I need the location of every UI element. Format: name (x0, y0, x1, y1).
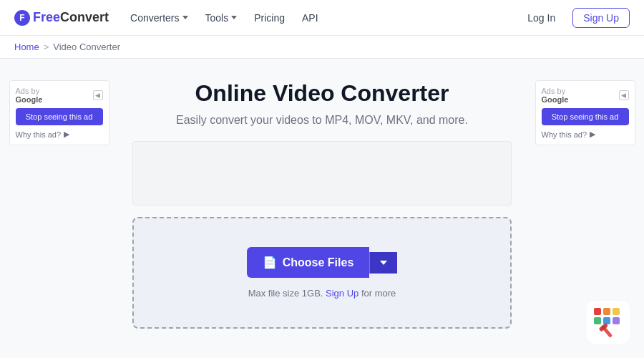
signup-button[interactable]: Sign Up (572, 8, 630, 28)
svg-rect-6 (613, 317, 620, 324)
right-ads-by-label: Ads by (542, 87, 569, 95)
nav-links: Converters Tools Pricing API (130, 12, 497, 24)
left-stop-ad-button[interactable]: Stop seeing this ad (16, 108, 103, 125)
left-ads-google-label: Google (16, 95, 43, 104)
nav-actions: Log In Sign Up (519, 8, 630, 28)
svg-rect-4 (594, 317, 601, 324)
breadcrumb-current: Video Converter (53, 42, 120, 52)
svg-rect-1 (594, 308, 601, 315)
upload-note: Max file size 1GB. Sign Up for more (248, 288, 396, 299)
nav-api[interactable]: API (302, 12, 318, 24)
left-ad-panel: Ads by Google ◀ Stop seeing this ad Why … (0, 80, 118, 329)
tools-chevron-icon (231, 16, 237, 19)
center-content: Online Video Converter Easily convert yo… (118, 80, 526, 329)
logo-convert: Convert (60, 10, 109, 24)
upload-area: 📄 Choose Files Max file size 1GB. Sign U… (132, 217, 512, 329)
breadcrumb: Home > Video Converter (0, 36, 644, 59)
breadcrumb-separator: > (44, 42, 49, 52)
left-ads-by-label: Ads by (16, 87, 43, 95)
right-ad-header: Ads by Google ◀ (542, 87, 629, 104)
logo-icon: F (14, 10, 30, 26)
choose-files-dropdown-button[interactable] (369, 252, 397, 274)
page-title: Online Video Converter (195, 80, 449, 107)
page-subtitle: Easily convert your videos to MP4, MOV, … (176, 114, 468, 127)
logo[interactable]: F FreeConvert (14, 10, 109, 26)
upload-signup-link[interactable]: Sign Up (326, 288, 358, 299)
left-ad-arrow-icon[interactable]: ◀ (93, 90, 103, 100)
svg-rect-2 (603, 308, 610, 315)
right-ad-panel: Ads by Google ◀ Stop seeing this ad Why … (526, 80, 644, 329)
right-ad-box: Ads by Google ◀ Stop seeing this ad Why … (535, 80, 635, 145)
choose-files-chevron-icon (380, 261, 387, 265)
logo-free: Free (33, 10, 60, 24)
choose-files-button[interactable]: 📄 Choose Files (247, 247, 370, 278)
nav-pricing[interactable]: Pricing (254, 12, 285, 24)
nav-converters[interactable]: Converters (130, 12, 187, 24)
right-ad-arrow-icon[interactable]: ◀ (619, 90, 629, 100)
converters-chevron-icon (182, 16, 188, 19)
svg-rect-5 (603, 317, 610, 324)
breadcrumb-home[interactable]: Home (14, 42, 39, 52)
svg-rect-3 (613, 308, 620, 315)
main-wrapper: Ads by Google ◀ Stop seeing this ad Why … (0, 59, 644, 350)
ad-banner (132, 141, 512, 205)
left-ad-header: Ads by Google ◀ (16, 87, 103, 104)
right-why-ad[interactable]: Why this ad? ▶ (542, 130, 629, 139)
file-icon: 📄 (263, 256, 277, 269)
navbar: F FreeConvert Converters Tools Pricing A… (0, 0, 644, 36)
right-stop-ad-button[interactable]: Stop seeing this ad (542, 108, 629, 125)
login-button[interactable]: Log In (519, 8, 564, 28)
nav-tools[interactable]: Tools (205, 12, 238, 24)
right-ads-google-label: Google (542, 95, 569, 104)
choose-files-group: 📄 Choose Files (247, 247, 398, 278)
logo-text: FreeConvert (33, 10, 109, 25)
floating-app-icon[interactable] (587, 301, 630, 344)
right-why-ad-icon: ▶ (590, 130, 595, 139)
left-ad-box: Ads by Google ◀ Stop seeing this ad Why … (9, 80, 109, 145)
left-why-ad[interactable]: Why this ad? ▶ (16, 130, 103, 139)
left-why-ad-icon: ▶ (64, 130, 69, 139)
